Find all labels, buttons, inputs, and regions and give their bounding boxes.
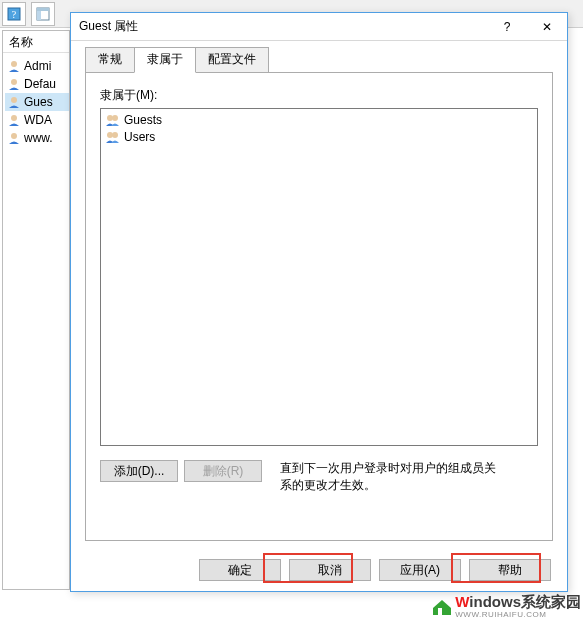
svg-point-7 (11, 97, 17, 103)
user-icon (7, 113, 21, 127)
cancel-button[interactable]: 取消 (289, 559, 371, 581)
remove-button[interactable]: 删除(R) (184, 460, 262, 482)
list-item-label: WDA (24, 113, 52, 127)
pane-toggle-icon[interactable] (31, 2, 55, 26)
list-item-label: Gues (24, 95, 53, 109)
help-icon[interactable]: ? (2, 2, 26, 26)
group-row-label: Users (124, 130, 155, 144)
user-icon (7, 77, 21, 91)
tab-general[interactable]: 常规 (85, 47, 135, 73)
apply-button[interactable]: 应用(A) (379, 559, 461, 581)
group-row-label: Guests (124, 113, 162, 127)
watermark-url: WWW.RUIHAIFU.COM (455, 610, 581, 619)
tab-page-member-of: 隶属于(M): Guests Users 添加(D)... 删除(R) 直到下一… (85, 73, 553, 541)
svg-point-13 (112, 132, 118, 138)
properties-dialog: Guest 属性 ? ✕ 常规 隶属于 配置文件 隶属于(M): Guests … (70, 12, 568, 592)
watermark-logo-icon (431, 596, 453, 616)
list-item[interactable]: www. (5, 129, 69, 147)
dialog-footer: 确定 取消 应用(A) 帮助 (71, 559, 567, 581)
background-user-list: 名称 Admi Defau Gues WDA www. (2, 30, 70, 590)
watermark-text: Windows系统家园 (455, 593, 581, 612)
group-row[interactable]: Guests (103, 111, 535, 128)
list-item[interactable]: Admi (5, 57, 69, 75)
svg-rect-4 (37, 8, 49, 11)
user-icon (7, 95, 21, 109)
groups-listbox[interactable]: Guests Users (100, 108, 538, 446)
list-item-label: Admi (24, 59, 51, 73)
tab-strip: 常规 隶属于 配置文件 (85, 51, 553, 73)
user-icon (7, 59, 21, 73)
close-button[interactable]: ✕ (527, 13, 567, 41)
help-button[interactable]: ? (487, 13, 527, 41)
svg-rect-14 (438, 608, 442, 615)
list-item-selected[interactable]: Gues (5, 93, 69, 111)
group-row[interactable]: Users (103, 128, 535, 145)
tab-profile[interactable]: 配置文件 (195, 47, 269, 73)
ok-button[interactable]: 确定 (199, 559, 281, 581)
membership-hint: 直到下一次用户登录时对用户的组成员关 系的更改才生效。 (280, 460, 538, 494)
help-button-footer[interactable]: 帮助 (469, 559, 551, 581)
dialog-title: Guest 属性 (79, 18, 487, 35)
svg-point-9 (11, 133, 17, 139)
list-item-label: Defau (24, 77, 56, 91)
add-button[interactable]: 添加(D)... (100, 460, 178, 482)
titlebar[interactable]: Guest 属性 ? ✕ (71, 13, 567, 41)
user-icon (7, 131, 21, 145)
svg-point-11 (112, 115, 118, 121)
svg-point-8 (11, 115, 17, 121)
tab-member-of[interactable]: 隶属于 (134, 47, 196, 73)
list-item-label: www. (24, 131, 53, 145)
list-item[interactable]: Defau (5, 75, 69, 93)
svg-point-5 (11, 61, 17, 67)
group-icon (105, 130, 120, 144)
group-icon (105, 113, 120, 127)
column-header-name[interactable]: 名称 (3, 31, 69, 53)
member-of-label: 隶属于(M): (100, 87, 538, 104)
list-item[interactable]: WDA (5, 111, 69, 129)
svg-text:?: ? (12, 9, 17, 20)
svg-point-6 (11, 79, 17, 85)
watermark: Windows系统家园 WWW.RUIHAIFU.COM (431, 593, 581, 619)
